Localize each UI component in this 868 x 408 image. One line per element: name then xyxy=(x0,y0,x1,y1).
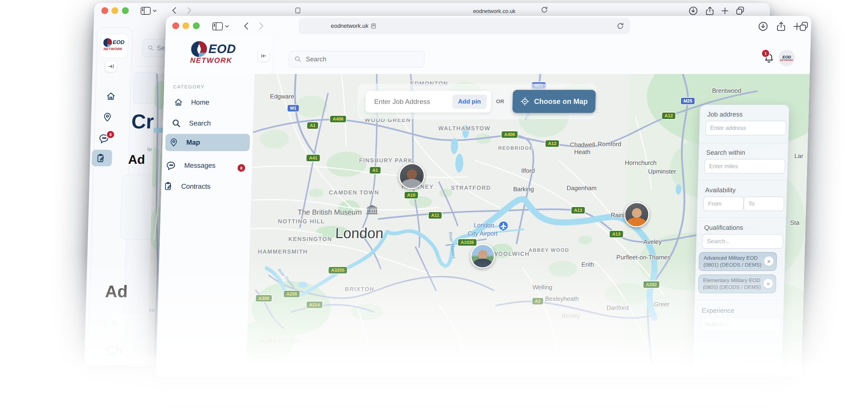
reload-icon[interactable] xyxy=(616,22,625,31)
job-address-field[interactable] xyxy=(373,97,455,106)
map-district-label: WALTHAMSTOW xyxy=(438,125,490,132)
home-icon[interactable] xyxy=(106,91,116,101)
map-town-label: Dagenham xyxy=(567,185,597,192)
expand-sidebar-button[interactable] xyxy=(105,61,116,72)
sidebar-item-label: Messages xyxy=(184,162,216,170)
availability-from-input[interactable] xyxy=(703,197,744,211)
sidebar-item-contracts[interactable]: Contracts xyxy=(163,181,211,191)
url-text: eodnetwork.uk xyxy=(331,23,369,29)
close-window-button[interactable] xyxy=(172,22,180,29)
global-search-input[interactable] xyxy=(289,51,425,67)
forward-arrow-icon[interactable] xyxy=(185,6,193,16)
map-district-label: HAMMERSMITH xyxy=(258,249,308,255)
eod-roundel-icon xyxy=(191,41,207,57)
sidebar-item-messages[interactable]: Messages xyxy=(166,161,216,171)
back-caption: lip xyxy=(147,146,152,152)
panel-address-input[interactable] xyxy=(705,121,787,135)
chip-close-icon[interactable]: × xyxy=(764,256,774,266)
map-filter-panel: Job address Search within Availability Q… xyxy=(692,105,789,372)
app-header: EOD NETWORK 1 EOD NETWORK xyxy=(164,37,811,74)
job-address-label: Job address xyxy=(707,111,743,118)
composite-stage: eodnetwork.co.uk EOD NETWORK xyxy=(0,0,868,408)
qualifications-search-input[interactable] xyxy=(702,234,783,249)
collapse-sidebar-button[interactable] xyxy=(258,51,269,61)
road-badge: A1026 xyxy=(458,239,477,246)
road-badge: A3205 xyxy=(328,267,347,273)
messages-badge: 8 xyxy=(237,163,246,172)
back-brand-network: NETWORK xyxy=(103,47,123,51)
add-pin-button[interactable]: Add pin xyxy=(452,95,487,109)
road-badge: A214 xyxy=(306,302,322,308)
downloads-icon[interactable] xyxy=(758,21,769,32)
divider xyxy=(698,180,787,180)
forward-arrow-icon[interactable] xyxy=(257,22,266,32)
tab-overview-icon[interactable] xyxy=(735,6,746,17)
sidebar-item-label: Home xyxy=(191,98,209,106)
airport-label-line2: City Airport xyxy=(468,230,498,237)
global-search-field[interactable] xyxy=(305,55,408,63)
map-town-label: Edgware xyxy=(270,93,294,100)
road-badge: A11 xyxy=(429,212,442,219)
sidebar-item-search[interactable]: Search xyxy=(172,119,211,128)
profile-avatar[interactable]: EOD NETWORK xyxy=(778,50,795,66)
front-browser-window: eodnetwork.uk xyxy=(156,16,811,377)
tab-overview-icon[interactable] xyxy=(798,21,810,32)
job-address-input[interactable]: Add pin xyxy=(365,91,491,113)
map-town-label: Brentwood xyxy=(712,87,741,95)
downloads-icon[interactable] xyxy=(688,6,699,17)
back-heading-primary: Cr xyxy=(131,110,154,133)
url-bar[interactable]: eodnetwork.uk xyxy=(298,18,630,34)
map-pin-icon[interactable] xyxy=(102,112,113,122)
share-icon[interactable] xyxy=(705,6,716,17)
map-town-label: Aveley xyxy=(643,238,662,246)
map-district-label: NOTTING HILL xyxy=(278,218,325,225)
road-badge: A282 xyxy=(643,281,659,288)
road-badge: A1 xyxy=(307,122,318,129)
road-badge: A12 xyxy=(545,140,559,147)
new-tab-icon[interactable] xyxy=(720,6,731,17)
zoom-window-button[interactable] xyxy=(193,22,200,29)
map-canvas[interactable]: EDMONTON WOOD GREEN WALTHAMSTOW FINSBURY… xyxy=(246,74,810,377)
search-within-input[interactable] xyxy=(704,159,785,174)
road-badge: A306 xyxy=(256,295,272,302)
road-badge: A406 xyxy=(330,116,346,122)
reload-icon[interactable] xyxy=(540,6,549,15)
choose-on-map-button[interactable]: Choose on Map xyxy=(512,90,596,113)
bomb-glyph xyxy=(194,44,204,54)
sidebar-toggle-icon[interactable] xyxy=(140,6,157,17)
map-town-label: Upminster xyxy=(648,168,676,175)
messages-icon xyxy=(166,161,177,171)
back-heading-secondary: Ad xyxy=(128,152,145,167)
map-town-label: Sta xyxy=(790,219,800,227)
back-heading-tertiary: Ad xyxy=(105,281,128,301)
minimize-window-button[interactable] xyxy=(111,7,119,14)
sidebar-item-map[interactable]: Map xyxy=(169,138,200,147)
close-window-button[interactable] xyxy=(101,7,108,14)
tab-page-icon xyxy=(294,7,301,15)
minimize-window-button[interactable] xyxy=(182,22,190,29)
chip-close-icon[interactable]: × xyxy=(763,279,773,288)
qualification-chip: Advanced Military EOD (0801) (DEODS / DE… xyxy=(699,252,777,271)
sidebar-toggle-icon[interactable] xyxy=(212,21,229,33)
zoom-window-button[interactable] xyxy=(122,7,129,14)
sidebar-section-label: CATEGORY xyxy=(173,84,205,89)
map-town-label: Purfleet-on-Thames xyxy=(616,254,671,261)
experience-search-input[interactable] xyxy=(700,317,781,332)
availability-label: Availability xyxy=(705,187,736,194)
availability-to-input[interactable] xyxy=(744,197,784,211)
back-url-bar[interactable]: eodnetwork.co.uk xyxy=(393,8,595,14)
map-city-label: London xyxy=(335,225,384,241)
chip-text-line1: Elementary Military EOD xyxy=(703,277,760,283)
contracts-icon[interactable] xyxy=(96,153,106,163)
road-badge: A41 xyxy=(306,155,320,161)
map-district-label: STRATFORD xyxy=(451,185,491,191)
share-icon[interactable] xyxy=(776,21,787,32)
map-town-label: Erith xyxy=(581,261,594,268)
map-town-label: Hornchurch xyxy=(625,159,656,167)
map-address-toolbar: Add pin OR Choose on Map xyxy=(357,84,597,119)
back-brand-eod: EOD xyxy=(113,39,125,45)
sidebar-item-home[interactable]: Home xyxy=(174,98,209,107)
back-arrow-icon[interactable] xyxy=(170,6,179,16)
back-arrow-icon[interactable] xyxy=(242,22,251,32)
map-town-label: Greer xyxy=(654,301,669,308)
